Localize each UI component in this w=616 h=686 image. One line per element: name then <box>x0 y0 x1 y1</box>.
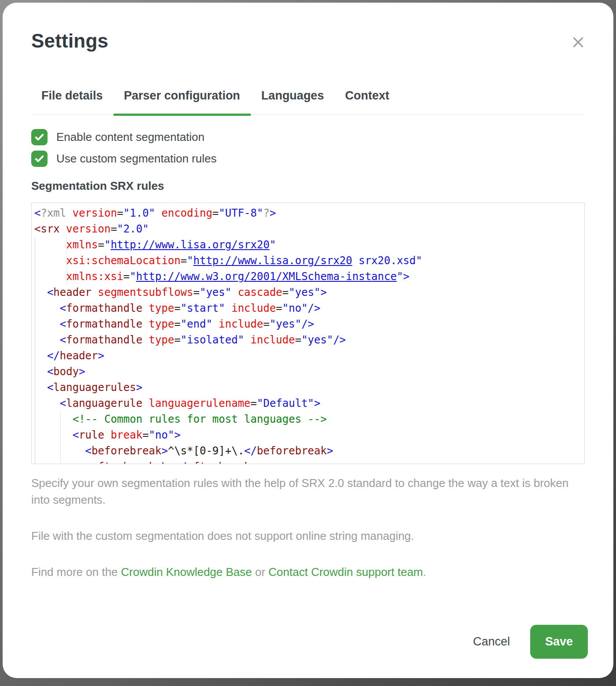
indent-guide <box>66 237 67 284</box>
note-prefix: Find more on the <box>31 565 121 579</box>
indent-guide <box>60 411 61 464</box>
editor-label: Segmentation SRX rules <box>31 179 585 193</box>
page-title: Settings <box>31 30 585 52</box>
help-text-find-more: Find more on the Crowdin Knowledge Base … <box>31 564 581 580</box>
note-suffix: . <box>423 565 426 579</box>
checkbox-row[interactable]: Use custom segmentation rules <box>31 151 585 167</box>
checkbox-label: Enable content segmentation <box>56 130 205 144</box>
tab-bar: File detailsParser configurationLanguage… <box>31 89 585 115</box>
settings-dialog: Settings File detailsParser configuratio… <box>3 3 613 678</box>
contact-support-link[interactable]: Contact Crowdin support team <box>268 565 423 579</box>
tab-languages[interactable]: Languages <box>251 89 335 114</box>
save-button[interactable]: Save <box>530 625 588 659</box>
help-text-online-managing: File with the custom segmentation does n… <box>31 527 581 544</box>
code-content[interactable]: <?xml version="1.0" encoding="UTF-8"?><s… <box>32 203 584 464</box>
cancel-button[interactable]: Cancel <box>462 628 521 656</box>
checkbox-label: Use custom segmentation rules <box>56 152 216 166</box>
help-text-srx: Specify your own segmentation rules with… <box>31 475 581 508</box>
checkbox-row[interactable]: Enable content segmentation <box>31 129 585 145</box>
checkbox-checked-icon[interactable] <box>31 151 48 167</box>
tab-file-details[interactable]: File details <box>31 89 114 114</box>
srx-rules-editor[interactable]: <?xml version="1.0" encoding="UTF-8"?><s… <box>31 203 585 464</box>
knowledge-base-link[interactable]: Crowdin Knowledge Base <box>121 565 252 579</box>
close-icon[interactable] <box>568 33 588 52</box>
note-middle: or <box>252 565 269 579</box>
checkbox-checked-icon[interactable] <box>31 129 48 145</box>
tab-parser-configuration[interactable]: Parser configuration <box>114 89 251 114</box>
tab-context[interactable]: Context <box>334 89 400 114</box>
indent-guide <box>35 237 35 464</box>
checkbox-group: Enable content segmentationUse custom se… <box>31 129 585 167</box>
dialog-footer: Cancel Save <box>462 625 588 659</box>
